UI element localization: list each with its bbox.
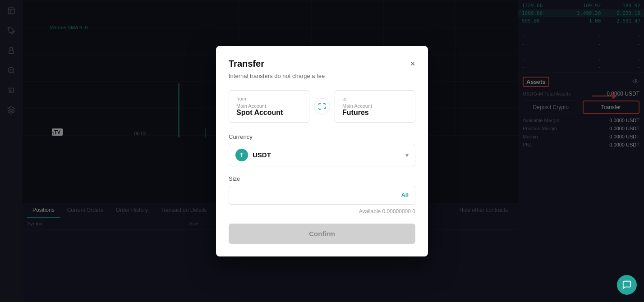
- currency-name: USDT: [253, 151, 401, 159]
- modal-subtitle: Internal transfers do not charge a fee: [229, 73, 415, 79]
- chevron-down-icon: ▾: [405, 151, 409, 159]
- from-account-box: from Main Account Spot Account: [229, 90, 309, 123]
- to-label: to: [342, 96, 408, 101]
- modal-close-button[interactable]: ×: [410, 59, 415, 68]
- modal-header: Transfer ×: [229, 59, 415, 69]
- swap-direction-button[interactable]: [314, 98, 330, 114]
- to-account-main-label: Main Account: [342, 103, 408, 109]
- usdt-icon: T: [235, 149, 248, 161]
- from-account-name: Spot Account: [236, 109, 302, 117]
- currency-label: Currency: [229, 133, 415, 140]
- size-input-wrapper: All: [229, 186, 415, 205]
- modal-title: Transfer: [229, 59, 264, 69]
- available-balance: Available 0.00000000 0: [229, 208, 415, 215]
- transfer-modal: Transfer × Internal transfers do not cha…: [216, 46, 428, 256]
- transfer-direction: from Main Account Spot Account to Main A…: [229, 90, 415, 123]
- currency-dropdown[interactable]: T USDT ▾: [229, 144, 415, 166]
- modal-overlay: Transfer × Internal transfers do not cha…: [0, 0, 644, 302]
- from-label: from: [236, 96, 302, 101]
- from-account-main-label: Main Account: [236, 103, 302, 109]
- to-account-name: Futures: [342, 109, 408, 117]
- size-label: Size: [229, 175, 415, 182]
- confirm-button[interactable]: Confirm: [229, 224, 415, 244]
- all-button[interactable]: All: [401, 192, 409, 198]
- size-input[interactable]: [235, 192, 401, 199]
- chat-button[interactable]: [617, 275, 637, 295]
- to-account-box: to Main Account Futures: [335, 90, 415, 123]
